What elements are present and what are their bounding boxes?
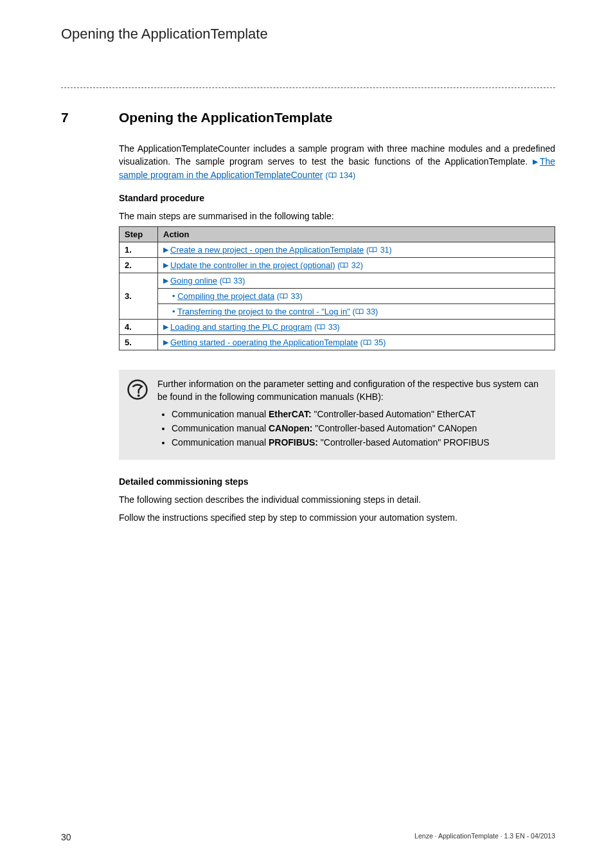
step-link[interactable]: Getting started - operating the Applicat…: [170, 338, 358, 347]
step-link[interactable]: Update the controller in the project (op…: [170, 260, 335, 270]
arrow-icon: ▶: [163, 276, 168, 285]
section-title: Opening the ApplicationTemplate: [119, 110, 333, 125]
table-row: • Compiling the project data ( 33): [120, 289, 555, 304]
action-cell: ▶Loading and starting the PLC program ( …: [158, 320, 555, 335]
bullet-icon: •: [172, 307, 175, 316]
intro-text: The ApplicationTemplateCounter includes …: [119, 143, 555, 167]
standard-procedure-lead: The main steps are summarised in the fol…: [119, 210, 555, 222]
arrow-icon: ▶: [163, 338, 168, 347]
step-cell: 4.: [120, 320, 158, 335]
book-icon: [340, 262, 348, 269]
step-cell: 3.: [120, 273, 158, 320]
page-number: 30: [61, 832, 71, 842]
detailed-p2: Follow the instructions specified step b…: [119, 511, 555, 524]
action-cell: • Compiling the project data ( 33): [158, 289, 555, 304]
arrow-icon: ▶: [163, 323, 168, 331]
step-pageref: ( 33): [352, 307, 378, 316]
note-intro: Further information on the parameter set…: [157, 377, 544, 404]
arrow-icon: ▶: [163, 261, 168, 269]
book-icon: [369, 247, 377, 253]
step-pageref: ( 35): [360, 338, 386, 347]
standard-procedure-heading: Standard procedure: [119, 193, 555, 203]
book-icon: [280, 293, 288, 300]
step-link[interactable]: Compiling the project data: [177, 291, 274, 301]
action-cell: ▶Create a new project - open the Applica…: [158, 242, 555, 258]
steps-table: Step Action 1.▶Create a new project - op…: [119, 226, 555, 350]
dashed-separator: [61, 87, 555, 88]
step-link[interactable]: Going online: [170, 276, 217, 285]
step-pageref: ( 33): [277, 292, 303, 301]
running-head: Opening the ApplicationTemplate: [61, 26, 555, 42]
arrow-icon: ▶: [163, 246, 168, 254]
detailed-heading: Detailed commissioning steps: [119, 476, 555, 487]
action-cell: ▶Going online ( 33): [158, 273, 555, 289]
step-link[interactable]: Loading and starting the PLC program: [170, 322, 312, 332]
page-footer: 30 Lenze · ApplicationTemplate · 1.3 EN …: [61, 832, 555, 842]
table-row: 4.▶Loading and starting the PLC program …: [120, 320, 555, 335]
bullet-icon: •: [172, 291, 175, 301]
step-link[interactable]: Transferring the project to the control …: [177, 307, 350, 316]
col-action: Action: [158, 227, 555, 242]
book-icon: [355, 309, 364, 315]
table-row: • Transferring the project to the contro…: [120, 304, 555, 320]
footer-meta: Lenze · ApplicationTemplate · 1.3 EN - 0…: [414, 832, 555, 842]
action-cell: ▶Getting started - operating the Applica…: [158, 335, 555, 350]
step-cell: 1.: [120, 242, 158, 258]
step-pageref: ( 31): [366, 246, 392, 255]
section-number: 7: [61, 110, 119, 125]
step-pageref: ( 32): [337, 261, 363, 270]
intro-pageref: ( 134): [325, 171, 355, 180]
note-box: Further information on the parameter set…: [119, 370, 555, 459]
table-row: 1.▶Create a new project - open the Appli…: [120, 242, 555, 258]
note-item: Communication manual CANopen: "Controlle…: [172, 422, 544, 435]
intro-paragraph: The ApplicationTemplateCounter includes …: [119, 142, 555, 181]
step-pageref: ( 33): [220, 276, 245, 285]
note-list: Communication manual EtherCAT: "Controll…: [172, 408, 544, 449]
note-item: Communication manual EtherCAT: "Controll…: [172, 408, 544, 420]
detailed-p1: The following section describes the indi…: [119, 493, 555, 506]
book-icon: [363, 339, 371, 346]
note-item: Communication manual PROFIBUS: "Controll…: [172, 436, 544, 449]
table-row: 2.▶Update the controller in the project …: [120, 258, 555, 273]
step-cell: 2.: [120, 258, 158, 273]
note-icon: [127, 379, 148, 401]
book-icon: [317, 324, 325, 330]
action-cell: • Transferring the project to the contro…: [158, 304, 555, 320]
action-cell: ▶Update the controller in the project (o…: [158, 258, 555, 273]
arrow-icon: ▶: [533, 157, 538, 167]
step-pageref: ( 33): [314, 323, 340, 332]
table-row: 5.▶Getting started - operating the Appli…: [120, 335, 555, 350]
col-step: Step: [120, 227, 158, 242]
svg-point-1: [138, 395, 140, 397]
section-heading: 7 Opening the ApplicationTemplate: [61, 110, 555, 125]
book-icon: [222, 278, 231, 284]
step-cell: 5.: [120, 335, 158, 350]
book-icon: [328, 172, 337, 179]
step-link[interactable]: Create a new project - open the Applicat…: [170, 245, 364, 255]
table-row: 3.▶Going online ( 33): [120, 273, 555, 289]
